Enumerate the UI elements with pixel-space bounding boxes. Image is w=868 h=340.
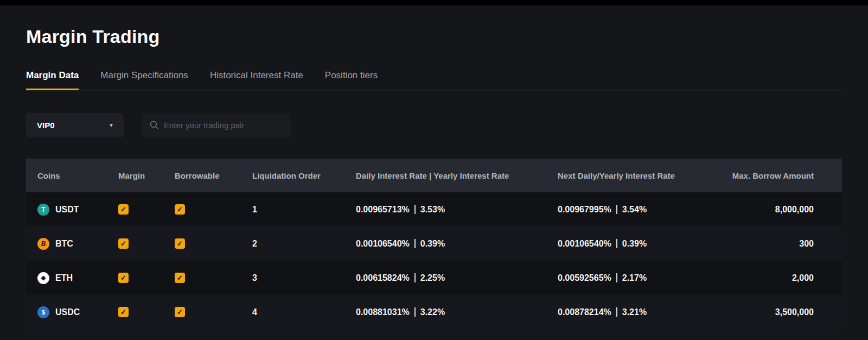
rate-separator <box>414 205 416 214</box>
liquidation-order: 3 <box>252 273 356 283</box>
coin-cell: ◆ ETH <box>37 272 118 284</box>
borrowable-checkbox[interactable] <box>175 307 185 317</box>
borrowable-checkbox[interactable] <box>175 273 185 283</box>
eth-coin-icon: ◆ <box>37 272 49 284</box>
daily-yearly-rate: 0.00965713%3.53% <box>356 205 558 215</box>
margin-cell <box>118 238 175 249</box>
borrowable-checkbox[interactable] <box>175 204 185 215</box>
coin-name: ETH <box>55 273 73 283</box>
table-row[interactable]: B BTC 2 0.00106540%0.39% 0.00106540%0.39… <box>26 226 842 261</box>
vip-level-dropdown[interactable]: VIP0 ▼ <box>26 113 124 137</box>
page-title: Margin Trading <box>26 26 868 47</box>
next-daily-yearly-rate: 0.00967995%3.54% <box>558 205 720 215</box>
margin-checkbox[interactable] <box>118 307 129 317</box>
rate-separator <box>414 307 416 317</box>
rate-separator <box>616 273 617 282</box>
daily-rate: 0.00106540% <box>356 239 410 248</box>
column-header-coins: Coins <box>37 171 118 180</box>
rate-separator <box>616 307 617 317</box>
filter-controls: VIP0 ▼ <box>26 113 868 137</box>
yearly-rate: 2.25% <box>420 273 445 282</box>
vip-level-value: VIP0 <box>37 121 55 130</box>
search-input[interactable] <box>164 121 283 130</box>
borrowable-cell <box>175 273 252 283</box>
daily-yearly-rate: 0.00881031%3.22% <box>356 307 558 317</box>
next-daily-rate: 0.00878214% <box>558 307 611 317</box>
next-daily-yearly-rate: 0.00106540%0.39% <box>558 239 720 249</box>
table-row[interactable]: $ USDC 4 0.00881031%3.22% 0.00878214%3.2… <box>26 295 842 329</box>
tab-margin-specifications[interactable]: Margin Specifications <box>100 70 188 90</box>
rate-separator <box>616 205 617 214</box>
max-borrow-amount: 2,000 <box>720 273 814 283</box>
column-header-max-borrow: Max. Borrow Amount <box>720 171 814 180</box>
borrowable-checkbox[interactable] <box>175 238 185 249</box>
usdt-coin-icon: T <box>37 204 49 216</box>
next-daily-rate: 0.00106540% <box>558 239 611 248</box>
rate-separator <box>616 239 617 248</box>
table-row[interactable]: T USDT 1 0.00965713%3.53% 0.00967995%3.5… <box>26 192 842 226</box>
next-daily-yearly-rate: 0.00878214%3.21% <box>558 307 720 317</box>
column-header-liquidation-order: Liquidation Order <box>252 171 356 180</box>
column-header-next-rate: Next Daily/Yearly Interest Rate <box>558 171 720 180</box>
next-yearly-rate: 2.17% <box>622 273 647 282</box>
column-header-borrowable: Borrowable <box>175 171 252 180</box>
trading-pair-search[interactable] <box>142 113 291 137</box>
daily-yearly-rate: 0.00106540%0.39% <box>356 239 558 249</box>
rate-separator <box>414 273 416 282</box>
daily-rate: 0.00965713% <box>356 205 410 214</box>
liquidation-order: 4 <box>252 307 356 317</box>
search-icon <box>150 121 159 130</box>
next-yearly-rate: 0.39% <box>622 239 647 248</box>
max-borrow-amount: 3,500,000 <box>720 307 814 317</box>
liquidation-order: 1 <box>252 205 356 215</box>
liquidation-order: 2 <box>252 239 356 249</box>
btc-coin-icon: B <box>37 238 49 250</box>
yearly-rate: 0.39% <box>420 239 445 248</box>
coin-cell: T USDT <box>37 204 118 216</box>
margin-data-table: Coins Margin Borrowable Liquidation Orde… <box>26 159 842 329</box>
next-yearly-rate: 3.54% <box>622 205 647 214</box>
main-content: Margin Trading Margin Data Margin Specif… <box>0 26 868 329</box>
margin-checkbox[interactable] <box>118 273 129 283</box>
max-borrow-amount: 8,000,000 <box>720 205 814 215</box>
column-header-daily-yearly-rate: Daily Interest Rate | Yearly Interest Ra… <box>356 171 558 180</box>
coin-name: BTC <box>55 239 73 249</box>
coin-name: USDT <box>55 205 79 215</box>
coin-cell: B BTC <box>37 238 118 250</box>
max-borrow-amount: 300 <box>720 239 814 249</box>
top-black-strip <box>0 0 868 5</box>
next-daily-rate: 0.00967995% <box>558 205 611 214</box>
next-yearly-rate: 3.21% <box>622 307 647 317</box>
borrowable-cell <box>175 204 252 215</box>
tab-margin-data[interactable]: Margin Data <box>26 70 79 90</box>
margin-cell <box>118 273 175 283</box>
next-daily-yearly-rate: 0.00592565%2.17% <box>558 273 720 283</box>
daily-yearly-rate: 0.00615824%2.25% <box>356 273 558 283</box>
margin-checkbox[interactable] <box>118 204 129 215</box>
tab-bar: Margin Data Margin Specifications Histor… <box>26 70 842 91</box>
coin-cell: $ USDC <box>37 306 118 318</box>
daily-rate: 0.00881031% <box>356 307 410 317</box>
yearly-rate: 3.53% <box>420 205 445 214</box>
table-row[interactable]: ◆ ETH 3 0.00615824%2.25% 0.00592565%2.17… <box>26 261 842 295</box>
daily-rate: 0.00615824% <box>356 273 410 282</box>
borrowable-cell <box>175 238 252 249</box>
column-header-margin: Margin <box>118 171 175 180</box>
margin-cell <box>118 307 175 317</box>
margin-cell <box>118 204 175 215</box>
coin-name: USDC <box>55 307 80 317</box>
borrowable-cell <box>175 307 252 317</box>
yearly-rate: 3.22% <box>420 307 445 317</box>
next-daily-rate: 0.00592565% <box>558 273 611 282</box>
tab-position-tiers[interactable]: Position tiers <box>325 70 378 90</box>
usdc-coin-icon: $ <box>37 306 49 318</box>
margin-checkbox[interactable] <box>118 238 129 249</box>
chevron-down-icon: ▼ <box>108 122 114 128</box>
tab-historical-interest-rate[interactable]: Historical Interest Rate <box>210 70 303 90</box>
table-header-row: Coins Margin Borrowable Liquidation Orde… <box>26 159 842 192</box>
rate-separator <box>414 239 416 248</box>
